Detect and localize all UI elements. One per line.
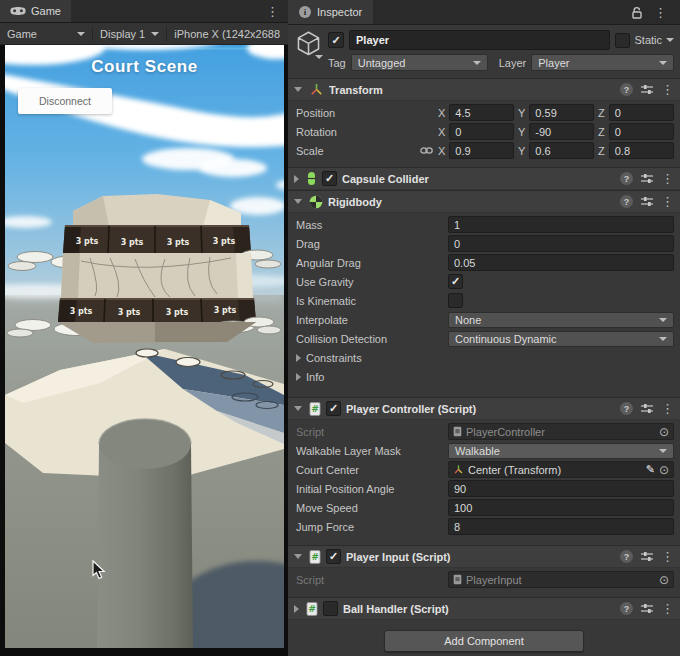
foldout-icon[interactable] — [294, 199, 302, 208]
display-dropdown[interactable]: Display 1 — [93, 23, 166, 44]
component-menu-icon[interactable]: ⋮ — [661, 402, 674, 415]
transform-icon — [309, 82, 324, 97]
interpolate-value: None — [455, 314, 481, 326]
active-checkbox[interactable]: ✓ — [328, 32, 344, 48]
help-icon[interactable]: ? — [620, 602, 633, 615]
rotation-y-field[interactable]: -90 — [529, 123, 594, 140]
collision-detection-dropdown[interactable]: Continuous Dynamic — [448, 331, 674, 347]
game-view-dropdown[interactable]: Game — [0, 23, 92, 44]
foldout-icon[interactable] — [294, 87, 302, 96]
info-foldout[interactable]: Info — [288, 367, 680, 386]
edit-pencil-icon[interactable]: ✎ — [646, 464, 655, 475]
player-input-title: Player Input (Script) — [346, 551, 451, 563]
disconnect-button[interactable]: Disconnect — [18, 88, 112, 114]
script-file-icon — [453, 574, 462, 585]
scale-x-field[interactable]: 0.9 — [449, 142, 514, 159]
player-input-enabled-checkbox[interactable]: ✓ — [326, 549, 341, 564]
component-menu-icon[interactable]: ⋮ — [661, 550, 674, 563]
inspector-menu-icon[interactable]: ⋮ — [645, 6, 676, 19]
use-gravity-checkbox[interactable]: ✓ — [448, 274, 463, 289]
angular-drag-label: Angular Drag — [296, 257, 448, 269]
foldout-icon[interactable] — [294, 605, 299, 613]
component-menu-icon[interactable]: ⋮ — [661, 83, 674, 96]
tab-game[interactable]: Game — [0, 0, 71, 22]
script-object-field[interactable]: PlayerInput ⊙ — [448, 571, 674, 588]
presets-icon[interactable] — [641, 403, 653, 414]
is-kinematic-checkbox[interactable] — [448, 293, 463, 308]
layer-value: Player — [538, 57, 569, 69]
resolution-dropdown[interactable]: iPhone X (1242x2688 — [167, 23, 287, 44]
mass-field[interactable]: 1 — [448, 216, 674, 233]
ball-handler-title: Ball Handler (Script) — [343, 603, 449, 615]
static-dropdown-icon[interactable] — [666, 38, 674, 42]
game-viewport[interactable]: 3 pts 3 pts 3 pts 3 pts — [5, 45, 284, 648]
help-icon[interactable]: ? — [620, 402, 633, 415]
capsule-collider-header[interactable]: ✓ Capsule Collider ? ⋮ — [288, 167, 680, 190]
initial-position-angle-field[interactable]: 90 — [448, 480, 674, 497]
interpolate-dropdown[interactable]: None — [448, 312, 674, 328]
foldout-icon[interactable] — [294, 554, 302, 563]
foldout-icon — [296, 354, 301, 362]
presets-icon[interactable] — [641, 196, 653, 207]
axis-x-label: X — [438, 145, 445, 157]
angular-drag-field[interactable]: 0.05 — [448, 254, 674, 271]
ball-handler-enabled-checkbox[interactable] — [323, 601, 338, 616]
move-speed-field[interactable]: 100 — [448, 499, 674, 516]
rotation-z-field[interactable]: 0 — [609, 123, 674, 140]
position-x-field[interactable]: 4.5 — [449, 104, 514, 121]
scale-z-field[interactable]: 0.8 — [609, 142, 674, 159]
rigidbody-header[interactable]: Rigidbody ? ⋮ — [288, 190, 680, 213]
unlock-icon[interactable] — [631, 6, 643, 19]
script-value: PlayerInput — [466, 574, 522, 586]
link-scale-icon[interactable] — [420, 146, 433, 155]
help-icon[interactable]: ? — [620, 550, 633, 563]
presets-icon[interactable] — [641, 84, 653, 95]
game-tab-menu-icon[interactable]: ⋮ — [257, 5, 288, 18]
game-scene: 3 pts 3 pts 3 pts 3 pts — [5, 45, 284, 648]
disconnect-button-label: Disconnect — [39, 95, 91, 107]
foldout-icon[interactable] — [294, 406, 302, 415]
position-y-field[interactable]: 0.59 — [529, 104, 594, 121]
static-checkbox[interactable] — [615, 33, 630, 48]
tab-inspector[interactable]: i Inspector — [288, 0, 373, 24]
presets-icon[interactable] — [641, 551, 653, 562]
help-icon[interactable]: ? — [620, 83, 633, 96]
component-menu-icon[interactable]: ⋮ — [661, 172, 674, 185]
svg-text:3 pts: 3 pts — [214, 306, 237, 315]
rotation-x-field[interactable]: 0 — [449, 123, 514, 140]
position-z-field[interactable]: 0 — [609, 104, 674, 121]
capsule-collider-enabled-checkbox[interactable]: ✓ — [322, 171, 337, 186]
walkable-layer-mask-dropdown[interactable]: Walkable — [448, 443, 674, 459]
constraints-foldout[interactable]: Constraints — [288, 348, 680, 367]
layer-label: Layer — [499, 57, 527, 69]
ball-handler-header[interactable]: # Ball Handler (Script) ? ⋮ — [288, 597, 680, 620]
foldout-icon[interactable] — [294, 175, 299, 183]
game-tabbar: Game ⋮ — [0, 0, 288, 23]
gameobject-name-field[interactable]: Player — [349, 30, 610, 50]
player-controller-header[interactable]: # ✓ Player Controller (Script) ? ⋮ — [288, 397, 680, 420]
script-object-field[interactable]: PlayerController ⊙ — [448, 423, 674, 440]
script-icon: # — [306, 602, 318, 616]
script-file-icon — [453, 426, 462, 437]
tag-dropdown[interactable]: Untagged — [351, 54, 488, 71]
component-menu-icon[interactable]: ⋮ — [661, 602, 674, 615]
add-component-button[interactable]: Add Component — [384, 630, 584, 652]
layer-dropdown[interactable]: Player — [531, 54, 674, 71]
presets-icon[interactable] — [641, 173, 653, 184]
scale-y-field[interactable]: 0.6 — [529, 142, 594, 159]
gameobject-name: Player — [356, 34, 389, 46]
court-center-object-field[interactable]: Center (Transform) ✎ ⊙ — [448, 461, 674, 478]
object-picker-icon[interactable]: ⊙ — [659, 464, 669, 476]
drag-field[interactable]: 0 — [448, 235, 674, 252]
transform-header[interactable]: Transform ? ⋮ — [288, 78, 680, 101]
player-input-header[interactable]: # ✓ Player Input (Script) ? ⋮ — [288, 545, 680, 568]
jump-force-field[interactable]: 8 — [448, 518, 674, 535]
component-menu-icon[interactable]: ⋮ — [661, 195, 674, 208]
player-controller-enabled-checkbox[interactable]: ✓ — [326, 401, 341, 416]
help-icon[interactable]: ? — [620, 172, 633, 185]
presets-icon[interactable] — [641, 603, 653, 614]
object-picker-icon[interactable]: ⊙ — [659, 426, 669, 438]
object-picker-icon[interactable]: ⊙ — [659, 574, 669, 586]
gameobject-icon-button[interactable] — [293, 30, 323, 71]
help-icon[interactable]: ? — [620, 195, 633, 208]
